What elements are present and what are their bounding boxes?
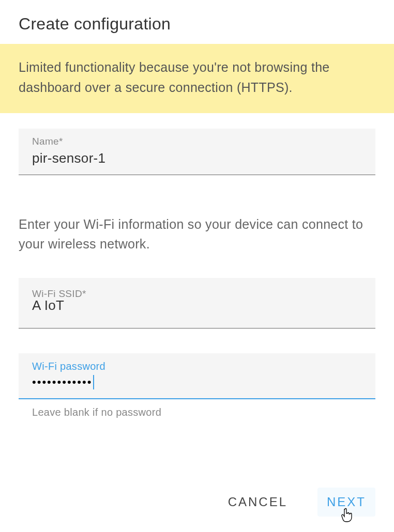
form-area: Name* Enter your Wi-Fi information so yo… xyxy=(0,113,394,419)
text-caret xyxy=(93,375,94,389)
pointer-cursor-icon xyxy=(340,507,354,526)
wifi-password-field[interactable]: Wi-Fi password •••••••••••• xyxy=(19,353,375,399)
wifi-password-input[interactable]: •••••••••••• xyxy=(32,373,362,393)
wifi-ssid-input[interactable] xyxy=(32,294,362,317)
dialog-title: Create configuration xyxy=(0,0,394,44)
next-button-label: NEXT xyxy=(327,495,366,509)
name-label: Name* xyxy=(32,136,63,147)
wifi-ssid-field[interactable]: Wi-Fi SSID* xyxy=(19,278,375,328)
name-input[interactable] xyxy=(32,147,362,169)
wifi-password-helper: Leave blank if no password xyxy=(19,399,375,418)
wifi-intro-text: Enter your Wi-Fi information so your dev… xyxy=(19,214,375,255)
next-button[interactable]: NEXT xyxy=(317,488,375,517)
wifi-password-label: Wi-Fi password xyxy=(32,361,362,372)
password-masked-value: •••••••••••• xyxy=(32,373,92,393)
cancel-button[interactable]: CANCEL xyxy=(219,488,297,517)
dialog-actions: CANCEL NEXT xyxy=(219,488,375,517)
https-warning-banner: Limited functionality because you're not… xyxy=(0,44,394,113)
name-field[interactable]: Name* xyxy=(19,129,375,175)
